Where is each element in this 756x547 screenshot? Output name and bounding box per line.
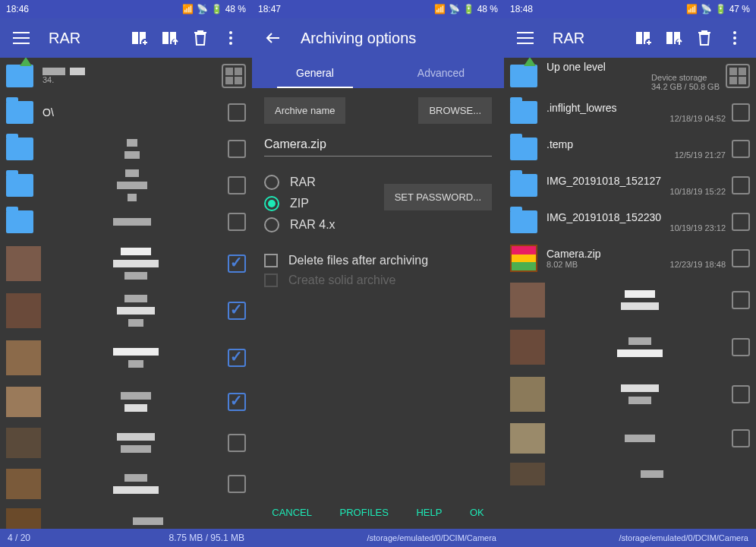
checkbox[interactable] bbox=[732, 429, 750, 447]
svg-rect-0 bbox=[132, 32, 138, 44]
checkbox[interactable] bbox=[228, 103, 246, 122]
checkbox[interactable] bbox=[228, 475, 246, 493]
checkbox[interactable] bbox=[228, 393, 246, 411]
folder-icon bbox=[510, 101, 537, 124]
thumbnail bbox=[6, 428, 41, 458]
panel-archiving-options: 18:47 📶📡🔋48 % Archiving options General … bbox=[252, 0, 504, 547]
archive-extract-button[interactable] bbox=[659, 23, 689, 53]
thumbnail bbox=[6, 340, 41, 375]
more-button[interactable] bbox=[216, 23, 246, 53]
image-row[interactable] bbox=[504, 371, 756, 418]
ok-button[interactable]: OK bbox=[470, 507, 484, 518]
delete-button[interactable] bbox=[185, 23, 216, 53]
profiles-button[interactable]: PROFILES bbox=[340, 507, 389, 518]
battery-pct: 48 % bbox=[225, 4, 246, 14]
svg-rect-6 bbox=[636, 32, 642, 44]
file-list: 34. O\ bbox=[0, 58, 252, 529]
checkbox[interactable] bbox=[732, 385, 750, 403]
status-bar: 18:46 📶 📡 🔋 48 % bbox=[0, 0, 252, 18]
image-row[interactable] bbox=[0, 287, 252, 334]
image-row[interactable] bbox=[504, 418, 756, 459]
status-bar: 18:47 📶📡🔋48 % bbox=[252, 0, 504, 18]
image-row[interactable] bbox=[0, 463, 252, 504]
delete-after-checkbox[interactable]: Delete files after archiving bbox=[264, 254, 492, 267]
checkbox[interactable] bbox=[228, 213, 246, 231]
folder-icon bbox=[6, 138, 33, 160]
checkbox[interactable] bbox=[732, 338, 750, 356]
thumbnail bbox=[510, 283, 545, 318]
archive-add-button[interactable] bbox=[124, 23, 155, 53]
signal-icon: 📶 bbox=[182, 4, 194, 14]
checkbox[interactable] bbox=[228, 302, 246, 320]
checkbox[interactable] bbox=[732, 249, 750, 267]
folder-up-icon bbox=[510, 65, 537, 87]
app-title: RAR bbox=[553, 30, 628, 47]
footer-selection: 4 / 20 8.75 MB / 95.1 MB bbox=[0, 529, 252, 547]
folder-icon bbox=[6, 210, 33, 233]
folder-icon bbox=[510, 138, 537, 160]
archive-extract-button[interactable] bbox=[155, 23, 185, 53]
status-time: 18:48 bbox=[510, 4, 533, 14]
grid-view-button[interactable] bbox=[726, 64, 750, 88]
set-password-button[interactable]: SET PASSWORD... bbox=[384, 184, 492, 210]
panel-file-list-selection: 18:46 📶 📡 🔋 48 % RAR 34. O\ bbox=[0, 0, 252, 547]
tab-general[interactable]: General bbox=[252, 58, 378, 88]
folder-row[interactable]: .temp12/5/19 21:27 bbox=[504, 131, 756, 167]
app-bar: RAR bbox=[504, 18, 756, 58]
checkbox[interactable] bbox=[732, 176, 750, 194]
folder-icon bbox=[510, 210, 537, 233]
image-row[interactable] bbox=[504, 459, 756, 489]
checkbox[interactable] bbox=[732, 291, 750, 309]
menu-button[interactable] bbox=[6, 23, 36, 53]
folder-row[interactable]: O\ bbox=[0, 94, 252, 131]
folder-row[interactable] bbox=[0, 167, 252, 204]
image-row[interactable] bbox=[504, 277, 756, 324]
back-button[interactable] bbox=[258, 23, 288, 53]
more-button[interactable] bbox=[720, 23, 750, 53]
menu-button[interactable] bbox=[510, 23, 540, 53]
up-one-level[interactable]: 34. bbox=[0, 58, 252, 94]
delete-button[interactable] bbox=[689, 23, 720, 53]
app-bar: RAR bbox=[0, 18, 252, 58]
checkbox[interactable] bbox=[732, 140, 750, 158]
image-row[interactable] bbox=[0, 334, 252, 381]
battery-icon: 🔋 bbox=[211, 4, 222, 14]
status-time: 18:46 bbox=[6, 4, 29, 14]
image-row[interactable] bbox=[0, 504, 252, 529]
checkbox[interactable] bbox=[732, 103, 750, 122]
folder-icon bbox=[6, 101, 33, 124]
tab-advanced[interactable]: Advanced bbox=[378, 58, 504, 88]
help-button[interactable]: HELP bbox=[416, 507, 442, 518]
checkbox[interactable] bbox=[228, 349, 246, 367]
folder-row[interactable]: IMG_20191018_15223010/19/19 23:12 bbox=[504, 204, 756, 240]
archive-add-button[interactable] bbox=[628, 23, 659, 53]
checkbox[interactable] bbox=[732, 213, 750, 231]
thumbnail bbox=[510, 377, 545, 412]
browse-button[interactable]: BROWSE... bbox=[418, 97, 492, 124]
status-time: 18:47 bbox=[258, 4, 281, 14]
image-row[interactable] bbox=[504, 324, 756, 371]
folder-row[interactable] bbox=[0, 131, 252, 167]
format-rar4x[interactable]: RAR 4.x bbox=[264, 217, 384, 232]
folder-row[interactable] bbox=[0, 204, 252, 240]
image-row[interactable] bbox=[0, 240, 252, 287]
thumbnail bbox=[6, 246, 41, 281]
panel-file-list-result: 18:48 📶📡🔋47 % RAR Up one levelDevice sto… bbox=[504, 0, 756, 547]
checkbox[interactable] bbox=[228, 140, 246, 158]
checkbox[interactable] bbox=[228, 176, 246, 194]
checkbox[interactable] bbox=[228, 434, 246, 452]
folder-row[interactable]: IMG_20191018_15212710/18/19 15:22 bbox=[504, 167, 756, 204]
up-one-level[interactable]: Up one levelDevice storage34.2 GB / 50.8… bbox=[504, 58, 756, 94]
grid-view-button[interactable] bbox=[222, 64, 246, 88]
format-zip[interactable]: ZIP bbox=[264, 196, 384, 211]
format-rar[interactable]: RAR bbox=[264, 175, 384, 190]
image-row[interactable] bbox=[0, 422, 252, 463]
folder-row[interactable]: .inflight_lowres12/18/19 04:52 bbox=[504, 94, 756, 131]
cancel-button[interactable]: CANCEL bbox=[272, 507, 312, 518]
svg-rect-3 bbox=[162, 32, 169, 44]
archive-row[interactable]: Camera.zip8.02 MB12/23/19 18:48 bbox=[504, 240, 756, 277]
filename-input[interactable] bbox=[264, 133, 492, 157]
image-row[interactable] bbox=[0, 381, 252, 422]
checkbox[interactable] bbox=[228, 255, 246, 273]
archive-name-label: Archive name bbox=[264, 97, 345, 124]
